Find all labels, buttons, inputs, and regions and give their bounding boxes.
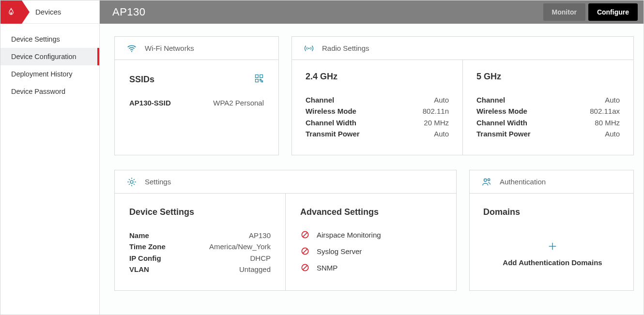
card-header: Settings xyxy=(115,170,456,194)
advanced-item: Airspace Monitoring xyxy=(300,230,442,240)
kv-value: 20 MHz xyxy=(424,117,449,128)
svg-point-4 xyxy=(308,47,310,49)
section-title: Device Settings xyxy=(129,207,271,217)
kv-value: Auto xyxy=(434,94,449,105)
card-body: 2.4 GHz ChannelAuto Wireless Mode802.11n… xyxy=(292,60,633,155)
svg-line-9 xyxy=(303,249,307,253)
monitor-button[interactable]: Monitor xyxy=(543,3,585,21)
kv-key: IP Config xyxy=(129,253,161,264)
button-label: Monitor xyxy=(552,8,577,16)
sidebar-nav: Device Settings Device Configuration Dep… xyxy=(0,24,99,100)
card-header: Radio Settings xyxy=(292,37,633,60)
kv-key: Transmit Power xyxy=(476,128,531,139)
svg-point-0 xyxy=(131,51,132,52)
sidebar-item-label: Deployment History xyxy=(11,70,73,78)
disabled-icon xyxy=(300,263,310,272)
kv-row: ChannelAuto xyxy=(476,94,620,105)
kv-value: 802.11ax xyxy=(590,105,620,117)
card-title: Settings xyxy=(145,178,171,186)
device-settings-section[interactable]: Device Settings NameAP130 Time ZoneAmeri… xyxy=(115,194,285,290)
kv-value: Auto xyxy=(434,128,449,139)
row-2: Settings Device Settings NameAP130 Time … xyxy=(114,170,634,291)
wifi-body-head: SSIDs xyxy=(129,74,264,85)
advanced-item-label: Syslog Server xyxy=(317,247,362,255)
content: Wi-Fi Networks SSIDs xyxy=(100,24,644,315)
advanced-item: SNMP xyxy=(300,263,442,272)
configure-button[interactable]: Configure xyxy=(588,3,638,21)
sidebar-header: Devices xyxy=(0,0,99,24)
card-header: Authentication xyxy=(470,170,633,194)
svg-point-13 xyxy=(488,179,490,180)
disabled-icon xyxy=(300,230,310,240)
add-auth-domain-button[interactable]: Add Authentication Domains xyxy=(483,227,622,281)
card-body: Device Settings NameAP130 Time ZoneAmeri… xyxy=(115,194,456,290)
ssid-name: AP130-SSID xyxy=(129,99,171,107)
sidebar-item-label: Device Password xyxy=(11,88,65,95)
gear-icon xyxy=(126,177,137,187)
radio-band-5ghz[interactable]: 5 GHz ChannelAuto Wireless Mode802.11ax … xyxy=(462,60,633,155)
main: AP130 Monitor Configure xyxy=(100,0,644,315)
card-radio-settings: Radio Settings 2.4 GHz ChannelAuto Wirel… xyxy=(291,36,634,155)
kv-row: Channel Width20 MHz xyxy=(306,117,449,128)
radio-band-24ghz[interactable]: 2.4 GHz ChannelAuto Wireless Mode802.11n… xyxy=(292,60,462,155)
kv-key: Channel Width xyxy=(476,117,527,128)
advanced-item: Syslog Server xyxy=(300,246,442,256)
wifi-icon xyxy=(126,43,137,54)
sidebar-section-title: Devices xyxy=(35,8,61,16)
kv-row: Transmit PowerAuto xyxy=(306,128,449,139)
sidebar-item-device-configuration[interactable]: Device Configuration xyxy=(0,48,99,65)
kv-value: 80 MHz xyxy=(595,117,620,128)
kv-row: Wireless Mode802.11ax xyxy=(476,105,620,117)
svg-point-12 xyxy=(484,179,487,181)
kv-row: Transmit PowerAuto xyxy=(476,128,620,139)
sidebar-item-deployment-history[interactable]: Deployment History xyxy=(0,65,99,83)
card-settings: Settings Device Settings NameAP130 Time … xyxy=(114,170,457,291)
kv-key: Transmit Power xyxy=(306,128,360,139)
kv-value: AP130 xyxy=(249,230,271,241)
card-wifi-networks: Wi-Fi Networks SSIDs xyxy=(114,36,279,155)
sidebar-item-label: Device Settings xyxy=(11,35,60,43)
ssid-security: WPA2 Personal xyxy=(213,99,264,107)
row-1: Wi-Fi Networks SSIDs xyxy=(114,36,634,155)
ssids-title: SSIDs xyxy=(129,75,154,85)
sidebar-item-device-password[interactable]: Device Password xyxy=(0,83,99,100)
kv-value: America/New_York xyxy=(209,241,271,252)
band-title: 5 GHz xyxy=(476,72,620,82)
kv-row: VLANUntagged xyxy=(129,264,271,275)
sidebar-item-label: Device Configuration xyxy=(11,53,77,60)
sidebar-item-device-settings[interactable]: Device Settings xyxy=(0,30,99,48)
brand-flag[interactable] xyxy=(0,0,22,24)
add-auth-domain-label: Add Authentication Domains xyxy=(503,258,602,267)
card-header: Wi-Fi Networks xyxy=(115,37,278,60)
card-title: Wi-Fi Networks xyxy=(145,44,194,52)
svg-rect-2 xyxy=(260,75,263,78)
ssid-row[interactable]: AP130-SSID WPA2 Personal xyxy=(129,99,264,107)
kv-key: Channel Width xyxy=(306,117,356,128)
advanced-item-label: SNMP xyxy=(317,264,337,272)
kv-row: Channel Width80 MHz xyxy=(476,117,620,128)
sidebar: Devices Device Settings Device Configura… xyxy=(0,0,100,315)
card-title: Radio Settings xyxy=(322,44,369,52)
users-icon xyxy=(481,177,492,187)
disabled-icon xyxy=(300,246,310,256)
svg-line-11 xyxy=(303,266,307,270)
card-body: Domains Add Authentication Domains xyxy=(470,194,633,290)
button-label: Configure xyxy=(597,8,629,16)
kv-value: 802.11n xyxy=(423,105,449,117)
svg-rect-1 xyxy=(256,75,259,78)
card-authentication: Authentication Domains Add Authenticatio… xyxy=(469,170,634,291)
kv-row: Time ZoneAmerica/New_York xyxy=(129,241,271,252)
page-title: AP130 xyxy=(112,6,146,18)
svg-rect-3 xyxy=(256,79,259,82)
plus-icon xyxy=(547,241,558,252)
kv-value: Auto xyxy=(605,94,620,105)
qr-icon[interactable] xyxy=(254,74,264,85)
kv-key: Name xyxy=(129,230,149,241)
kv-row: Wireless Mode802.11n xyxy=(306,105,449,117)
kv-key: Time Zone xyxy=(129,241,166,252)
radio-icon xyxy=(304,43,314,54)
kv-row: ChannelAuto xyxy=(306,94,449,105)
advanced-settings-section[interactable]: Advanced Settings Airspace Monitoring Sy… xyxy=(285,194,456,290)
advanced-item-label: Airspace Monitoring xyxy=(317,231,381,239)
section-title: Domains xyxy=(483,207,622,217)
